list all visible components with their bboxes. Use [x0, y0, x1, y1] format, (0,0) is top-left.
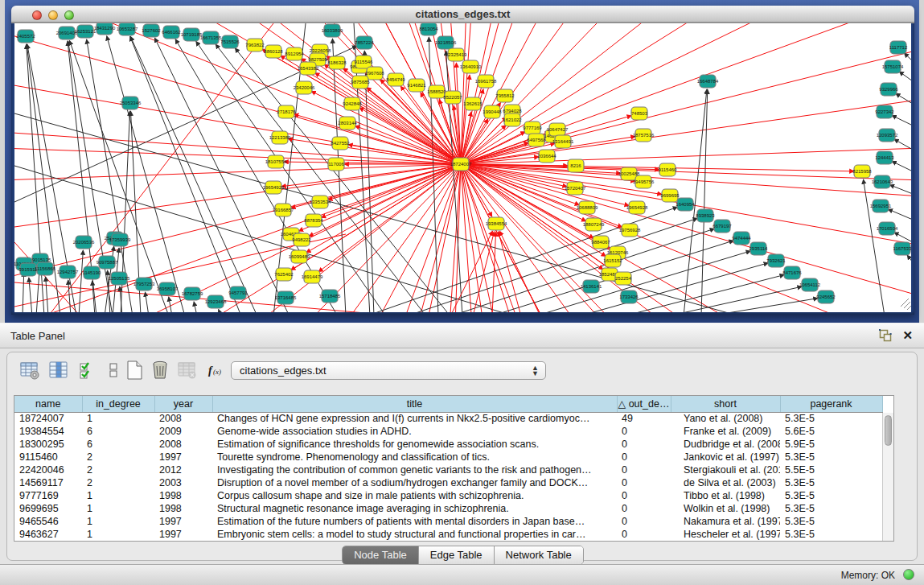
network-node[interactable]: 6466162: [162, 26, 181, 39]
table-selector-dropdown[interactable]: citations_edges.txt ▲▼: [231, 361, 546, 380]
table-settings-icon[interactable]: [18, 360, 41, 382]
network-node[interactable]: 12093572: [877, 129, 898, 142]
network-node[interactable]: 19654923: [263, 181, 285, 194]
network-node[interactable]: 9245652: [816, 290, 836, 303]
network-node[interactable]: 12505135: [109, 272, 130, 285]
network-node[interactable]: 8522057: [443, 91, 462, 104]
network-node[interactable]: 748503: [631, 107, 648, 120]
network-node[interactable]: 15692951: [870, 200, 892, 212]
network-node[interactable]: 1621022: [503, 113, 522, 126]
network-node[interactable]: 7963822: [245, 39, 265, 51]
network-node[interactable]: 1244413: [875, 151, 894, 164]
network-node[interactable]: 12942757: [57, 266, 79, 278]
memory-ok-indicator[interactable]: [903, 569, 914, 580]
network-node[interactable]: 2935114: [749, 242, 769, 255]
network-node[interactable]: 8471676: [782, 266, 802, 279]
table-row[interactable]: 911546021997Tourette syndrome. Phenomeno…: [14, 451, 882, 463]
network-node[interactable]: 117006: [328, 158, 344, 171]
network-node[interactable]: 15718485: [319, 290, 341, 303]
delete-column-icon[interactable]: [149, 360, 171, 382]
network-node[interactable]: 2036644: [537, 150, 556, 163]
network-node[interactable]: 9242848: [343, 97, 362, 110]
network-node[interactable]: 16099489: [289, 250, 310, 263]
table-row[interactable]: 946362711997Embryonic stem cells: a mode…: [14, 528, 882, 541]
network-node[interactable]: 8912954: [285, 47, 304, 60]
table-row[interactable]: 1456911722003Disruption of a novel membe…: [14, 476, 882, 489]
table-row[interactable]: 969969511998Structural magnetic resonanc…: [14, 502, 882, 515]
network-node[interactable]: 2718176: [277, 105, 296, 118]
network-node[interactable]: 19654928: [626, 201, 648, 214]
vertical-scrollbar[interactable]: [882, 413, 893, 541]
network-node[interactable]: 8427552: [331, 137, 350, 150]
network-node[interactable]: 16033809: [322, 24, 343, 37]
network-node[interactable]: 1145190: [83, 266, 102, 279]
column-header-short[interactable]: short: [671, 396, 780, 412]
network-node[interactable]: 2405572: [16, 30, 35, 43]
network-node[interactable]: 8813054: [419, 23, 438, 35]
tab-edge-table[interactable]: Edge Table: [419, 546, 495, 564]
table-row[interactable]: 1872400712008Changes of HCN gene express…: [14, 412, 882, 425]
network-node[interactable]: 8216: [568, 159, 584, 172]
network-node[interactable]: 18431290: [94, 23, 116, 35]
network-node[interactable]: 15720407: [565, 182, 586, 195]
network-node[interactable]: 9115460: [659, 163, 678, 176]
network-node[interactable]: 16782759: [182, 287, 203, 300]
network-node[interactable]: 16958107: [157, 282, 179, 295]
table-row[interactable]: 1830029562008Estimation of significance …: [14, 438, 882, 451]
network-node[interactable]: 9498222: [292, 233, 311, 246]
network-canvas[interactable]: 2405572206914061625312118431290106532871…: [14, 23, 911, 312]
network-node[interactable]: 8186328: [327, 56, 347, 69]
network-node[interactable]: 16210643: [872, 175, 893, 188]
network-node[interactable]: 90975887: [97, 256, 118, 269]
row-height-icon[interactable]: [102, 360, 125, 382]
network-node[interactable]: 9146821: [407, 79, 426, 92]
delete-table-icon[interactable]: [176, 360, 199, 382]
network-node[interactable]: 8938923: [696, 209, 715, 222]
scrollbar-thumb[interactable]: [885, 415, 892, 446]
column-header-pagerank[interactable]: pagerank: [780, 396, 882, 412]
network-node[interactable]: 1615152: [603, 254, 622, 267]
network-node[interactable]: 10653287: [117, 23, 138, 35]
network-node[interactable]: 13640910: [460, 60, 482, 73]
network-node[interactable]: 9474444: [732, 232, 751, 245]
network-node[interactable]: 9875685: [351, 76, 370, 89]
network-node[interactable]: 19495756: [633, 175, 655, 188]
network-node[interactable]: 12213389: [269, 131, 291, 144]
network-node[interactable]: 1117712: [889, 41, 908, 54]
network-node[interactable]: 25053346: [120, 97, 142, 109]
table-row[interactable]: 977716911998Corpus callosum shape and si…: [14, 489, 882, 502]
network-node[interactable]: 1990448: [483, 105, 502, 118]
network-node[interactable]: 17359939: [109, 233, 131, 246]
network-node[interactable]: 6679197: [713, 220, 732, 233]
window-titlebar[interactable]: citations_edges.txt: [11, 6, 914, 23]
network-node[interactable]: 2803144: [338, 117, 357, 130]
network-node[interactable]: 15751074: [882, 60, 904, 73]
network-node[interactable]: 12325419: [446, 48, 467, 61]
network-node[interactable]: 10688809: [577, 201, 598, 214]
network-node[interactable]: 9884067: [591, 236, 610, 249]
network-node[interactable]: 23420046: [294, 81, 315, 94]
network-node[interactable]: 7955812: [495, 89, 515, 102]
tab-node-table[interactable]: Node Table: [343, 546, 419, 564]
network-node[interactable]: 17016504: [877, 222, 898, 235]
tab-network-table[interactable]: Network Table: [495, 546, 583, 564]
table-row[interactable]: 1938455462009Genome-wide association stu…: [14, 425, 882, 438]
table-row[interactable]: 2242004622012Investigating the contribut…: [14, 463, 882, 476]
network-node[interactable]: 16648784: [697, 75, 719, 88]
network-node[interactable]: 19218506: [435, 36, 457, 49]
network-node[interactable]: 14136141: [581, 280, 602, 293]
canvas-resize-handle[interactable]: [901, 299, 911, 310]
network-node[interactable]: 7515526: [220, 35, 240, 48]
network-node[interactable]: 16914479: [302, 270, 323, 283]
network-node[interactable]: 1733426: [619, 290, 639, 303]
network-node[interactable]: 9329966: [879, 83, 898, 96]
column-header-year[interactable]: year: [154, 396, 212, 412]
new-column-icon[interactable]: [123, 360, 146, 382]
network-node[interactable]: 9699695: [660, 189, 680, 202]
column-header-title[interactable]: title: [212, 396, 617, 412]
network-node[interactable]: 17957253: [133, 278, 155, 290]
table-row[interactable]: 946554611997Estimation of the future num…: [14, 515, 882, 528]
network-node[interactable]: 20206536: [73, 236, 95, 249]
network-node[interactable]: 10654112: [799, 278, 821, 291]
column-header-in_degree[interactable]: in_degree: [82, 396, 154, 412]
